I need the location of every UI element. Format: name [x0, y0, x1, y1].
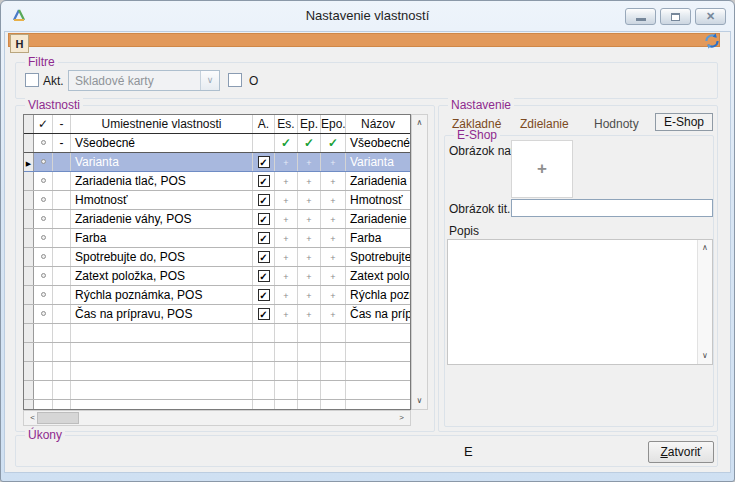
- close-button[interactable]: ✕: [695, 8, 726, 25]
- header-nazov[interactable]: Názov: [346, 115, 410, 133]
- table-row[interactable]: Farba✓+++Farba: [24, 229, 410, 248]
- header-es[interactable]: Es.: [275, 115, 298, 133]
- refresh-button[interactable]: [703, 32, 721, 50]
- minimize-button[interactable]: [625, 8, 656, 25]
- table-row[interactable]: Zatext položka, POS✓+++Zatext položka,: [24, 267, 410, 286]
- table-empty-row[interactable]: [24, 381, 410, 400]
- h-button[interactable]: H: [10, 34, 29, 53]
- row-umiestnenie-cell: [71, 400, 253, 410]
- row-dash-cell: [53, 210, 71, 228]
- table-row[interactable]: Rýchla poznámka, POS✓+++Rýchla poznám: [24, 286, 410, 305]
- green-check-icon: ✓: [304, 136, 314, 150]
- row-es-cell: +: [275, 286, 298, 304]
- scroll-up-icon[interactable]: ∧: [412, 116, 427, 130]
- table-row[interactable]: ▶Varianta✓+++Varianta: [24, 153, 410, 172]
- dot-icon: +: [330, 234, 335, 244]
- table-empty-row[interactable]: [24, 362, 410, 381]
- zatvorit-button[interactable]: Zatvoriť: [648, 441, 714, 463]
- row-dash-cell: [53, 324, 71, 342]
- header-a[interactable]: A.: [253, 115, 275, 133]
- table-row[interactable]: Čas na prípravu, POS✓+++Čas na príprav: [24, 305, 410, 324]
- table-empty-row[interactable]: [24, 324, 410, 343]
- active-checkbox[interactable]: ✓: [258, 232, 270, 244]
- header-epo[interactable]: Epo.: [321, 115, 346, 133]
- active-checkbox[interactable]: ✓: [258, 251, 270, 263]
- filter-dropdown[interactable]: Skladové karty ∨: [68, 70, 220, 91]
- active-checkbox[interactable]: ✓: [258, 289, 270, 301]
- row-nazov-cell: Všeobecné: [346, 134, 410, 152]
- header-ep[interactable]: Ep.: [298, 115, 321, 133]
- table-row[interactable]: Zariadenie váhy, POS✓+++Zariadenie váhy: [24, 210, 410, 229]
- dot-icon: +: [306, 177, 311, 187]
- row-es-cell: [275, 381, 298, 399]
- active-checkbox[interactable]: ✓: [258, 308, 270, 320]
- table-vertical-scrollbar[interactable]: ∧ ∨: [411, 114, 428, 410]
- row-nazov-cell: Hmotnosť: [346, 191, 410, 209]
- scroll-right-icon[interactable]: >: [394, 411, 409, 425]
- properties-grid: ✓ - Umiestnenie vlastnosti A. Es. Ep. Ep…: [23, 114, 411, 410]
- active-checkbox[interactable]: ✓: [258, 194, 270, 206]
- table-header-row[interactable]: ✓ - Umiestnenie vlastnosti A. Es. Ep. Ep…: [24, 115, 410, 134]
- popis-scroll-down-icon[interactable]: ∨: [698, 349, 712, 363]
- tab-zdielanie[interactable]: Zdielanie: [520, 117, 569, 131]
- row-nazov-cell: Farba: [346, 229, 410, 247]
- chevron-down-icon: ∨: [200, 71, 219, 90]
- row-dash-cell: [53, 362, 71, 380]
- row-a-cell: ✓: [253, 229, 275, 247]
- tab-hodnoty[interactable]: Hodnoty: [594, 117, 639, 131]
- dot-icon: +: [330, 215, 335, 225]
- table-empty-row[interactable]: [24, 400, 410, 410]
- o-checkbox[interactable]: [228, 73, 242, 87]
- record-circle-icon: [41, 159, 46, 164]
- row-umiestnenie-cell: Hmotnosť: [71, 191, 253, 209]
- dot-icon: +: [306, 158, 311, 168]
- maximize-button[interactable]: [660, 8, 691, 25]
- row-nazov-cell: [346, 400, 410, 410]
- row-dash-cell: [53, 400, 71, 410]
- dialog-client-area: H Filtre Akt. Skladové karty ∨ O Vlastno…: [4, 31, 731, 473]
- row-a-cell: ✓: [253, 305, 275, 323]
- active-checkbox[interactable]: ✓: [258, 156, 270, 168]
- table-row[interactable]: Zariadenia tlač, POS✓+++Zariadenia tlač,: [24, 172, 410, 191]
- row-dash-cell: [53, 191, 71, 209]
- row-circle-cell: [34, 305, 53, 323]
- tab-eshop[interactable]: E-Shop: [655, 113, 713, 131]
- header-umiestnenie[interactable]: Umiestnenie vlastnosti: [71, 115, 253, 133]
- active-checkbox[interactable]: ✓: [258, 175, 270, 187]
- row-circle-cell: [34, 267, 53, 285]
- e-indicator: E: [464, 444, 473, 459]
- akt-checkbox[interactable]: [25, 73, 39, 87]
- record-circle-icon: [41, 311, 46, 316]
- scroll-down-icon[interactable]: ∨: [412, 394, 427, 408]
- dot-icon: +: [330, 158, 335, 168]
- popis-scrollbar[interactable]: ∧ ∨: [697, 240, 712, 364]
- row-indicator-cell: [24, 134, 34, 152]
- active-checkbox[interactable]: ✓: [258, 270, 270, 282]
- row-es-cell: +: [275, 305, 298, 323]
- table-row[interactable]: Hmotnosť✓+++Hmotnosť: [24, 191, 410, 210]
- refresh-icon: [703, 32, 721, 50]
- obrazok-nav-dropzone[interactable]: +: [511, 140, 573, 198]
- popis-scroll-up-icon[interactable]: ∧: [698, 241, 712, 255]
- horizontal-scroll-thumb[interactable]: [37, 412, 79, 424]
- row-dash-cell: [53, 286, 71, 304]
- popis-textarea[interactable]: ∧ ∨: [447, 239, 713, 365]
- table-row[interactable]: Spotrebujte do, POS✓+++Spotrebujte do,: [24, 248, 410, 267]
- active-checkbox[interactable]: ✓: [258, 213, 270, 225]
- obrazok-tit-input[interactable]: [511, 199, 713, 217]
- table-horizontal-scrollbar[interactable]: < >: [23, 410, 411, 426]
- row-circle-cell: [34, 381, 53, 399]
- header-dash[interactable]: -: [53, 115, 71, 133]
- row-circle-cell: [34, 343, 53, 361]
- title-bar[interactable]: Nastavenie vlastností ✕: [1, 1, 734, 31]
- row-dash-cell: -: [53, 134, 71, 152]
- row-es-cell: +: [275, 229, 298, 247]
- row-nazov-cell: Varianta: [346, 153, 410, 171]
- row-umiestnenie-cell: [71, 381, 253, 399]
- row-circle-cell: [34, 210, 53, 228]
- row-indicator-cell: [24, 362, 34, 380]
- maximize-icon: [671, 13, 680, 21]
- row-nazov-cell: [346, 324, 410, 342]
- table-empty-row[interactable]: [24, 343, 410, 362]
- table-row[interactable]: -Všeobecné✓✓✓Všeobecné: [24, 134, 410, 153]
